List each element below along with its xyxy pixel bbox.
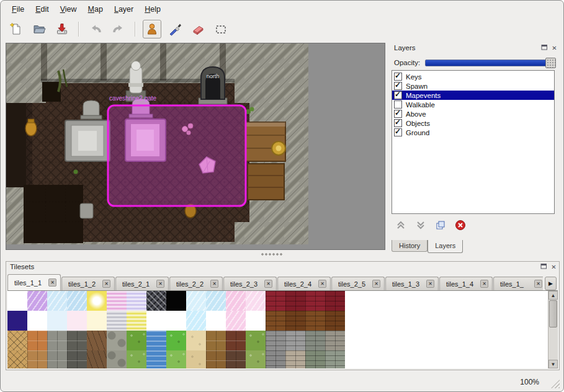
tileset-tile[interactable] <box>47 291 67 311</box>
tileset-tile[interactable] <box>67 291 87 311</box>
layer-row-mapevents[interactable]: Mapevents <box>392 91 554 100</box>
tileset-tile[interactable] <box>87 350 107 368</box>
tileset-tile[interactable] <box>7 311 27 331</box>
tileset-tile[interactable] <box>206 350 226 368</box>
tileset-tile[interactable] <box>266 350 285 368</box>
raise-layer-button[interactable] <box>394 219 408 233</box>
tileset-tile[interactable] <box>206 311 226 331</box>
menu-map[interactable]: Map <box>83 4 108 16</box>
tileset-tile[interactable] <box>146 331 166 350</box>
tileset-tab[interactable]: tiles_1_3 ✕ <box>385 277 439 290</box>
tileset-tile[interactable] <box>166 350 186 368</box>
scroll-up-icon[interactable]: ▲ <box>548 291 558 300</box>
resize-grip[interactable] <box>551 380 560 388</box>
layer-visibility-checkbox[interactable] <box>394 110 402 118</box>
layer-visibility-checkbox[interactable] <box>394 119 402 127</box>
scrollbar-thumb[interactable] <box>549 300 557 327</box>
tileset-tile[interactable] <box>246 291 266 311</box>
save-button[interactable] <box>53 20 71 38</box>
eraser-tool-button[interactable] <box>189 20 207 38</box>
tileset-tile[interactable] <box>27 311 47 331</box>
tab-close-icon[interactable]: ✕ <box>372 280 380 288</box>
layer-row-keys[interactable]: Keys <box>392 72 554 81</box>
menu-file[interactable]: File <box>7 4 29 16</box>
undo-button[interactable] <box>86 20 105 38</box>
tileset-tile[interactable] <box>107 311 127 331</box>
tileset-tab[interactable]: tiles_2_5 ✕ <box>331 277 385 290</box>
tileset-tile[interactable] <box>186 350 206 368</box>
close-panel-icon[interactable]: ✕ <box>550 263 558 271</box>
tileset-tile[interactable] <box>246 311 266 331</box>
tab-close-icon[interactable]: ✕ <box>156 280 164 288</box>
new-file-button[interactable] <box>7 20 25 38</box>
duplicate-layer-button[interactable] <box>434 219 447 233</box>
tileset-tile[interactable] <box>27 291 47 311</box>
tileset-tile[interactable] <box>127 350 146 368</box>
tileset-tile[interactable] <box>87 331 107 350</box>
menu-help[interactable]: Help <box>140 4 166 16</box>
float-panel-icon[interactable] <box>540 263 548 271</box>
tileset-tile[interactable] <box>325 311 345 331</box>
tileset-tile[interactable] <box>107 331 127 350</box>
tileset-tile[interactable] <box>285 291 305 311</box>
tab-close-icon[interactable]: ✕ <box>264 280 272 288</box>
tileset-tile[interactable] <box>146 311 166 331</box>
tileset-tab[interactable]: tiles_1_4 ✕ <box>439 277 493 290</box>
tileset-tile[interactable] <box>266 291 285 311</box>
tileset-tab[interactable]: tiles_2_4 ✕ <box>277 277 331 290</box>
horizontal-splitter-handle[interactable] <box>261 252 282 257</box>
opacity-slider[interactable] <box>425 60 556 66</box>
tileset-tile[interactable] <box>87 291 107 311</box>
layer-row-walkable[interactable]: Walkable <box>392 100 554 109</box>
layer-visibility-checkbox[interactable] <box>394 128 402 136</box>
tileset-tile[interactable] <box>186 311 206 331</box>
tileset-tile[interactable] <box>127 291 146 311</box>
tileset-tile[interactable] <box>305 350 325 368</box>
layer-row-objects[interactable]: Objects <box>392 118 554 128</box>
tileset-scrollbar[interactable]: ▲ ▼ <box>548 291 558 368</box>
menu-layer[interactable]: Layer <box>109 4 138 16</box>
tileset-tile[interactable] <box>107 291 127 311</box>
layer-row-ground[interactable]: Ground <box>392 128 554 137</box>
menu-edit[interactable]: Edit <box>30 4 54 16</box>
tileset-tile[interactable] <box>305 311 325 331</box>
tileset-tile[interactable] <box>305 331 325 350</box>
tab-close-icon[interactable]: ✕ <box>48 278 56 287</box>
tab-scroll-right-button[interactable]: ▶ <box>545 277 557 290</box>
tileset-tile[interactable] <box>226 311 246 331</box>
tileset-tile[interactable] <box>285 311 305 331</box>
tileset-tile[interactable] <box>166 311 186 331</box>
scroll-down-icon[interactable]: ▼ <box>548 360 558 368</box>
tileset-tile[interactable] <box>226 291 246 311</box>
lower-layer-button[interactable] <box>414 219 427 233</box>
tileset-tile[interactable] <box>166 331 186 350</box>
tileset-tile[interactable] <box>107 350 127 368</box>
float-panel-icon[interactable] <box>540 44 548 52</box>
tileset-tile[interactable] <box>27 331 47 350</box>
layer-visibility-checkbox[interactable] <box>394 100 402 109</box>
tab-close-icon[interactable]: ✕ <box>102 280 110 288</box>
tileset-tile[interactable] <box>67 350 87 368</box>
tileset-tile[interactable] <box>226 350 246 368</box>
open-file-button[interactable] <box>30 20 48 38</box>
tileset-tab[interactable]: tiles_2_3 ✕ <box>223 277 277 290</box>
close-panel-icon[interactable]: ✕ <box>550 44 558 52</box>
tileset-tile[interactable] <box>266 311 285 331</box>
tileset-tile[interactable] <box>7 331 27 350</box>
layer-row-above[interactable]: Above <box>392 109 554 118</box>
tileset-tile[interactable] <box>325 331 345 350</box>
tileset-tab[interactable]: tiles_2_2 ✕ <box>169 277 223 290</box>
tileset-tile[interactable] <box>127 331 146 350</box>
tileset-tile[interactable] <box>266 331 285 350</box>
tileset-tile[interactable] <box>305 291 325 311</box>
tileset-tab[interactable]: tiles_2_1 ✕ <box>115 277 169 290</box>
tab-close-icon[interactable]: ✕ <box>480 280 488 288</box>
tileset-tile[interactable] <box>206 331 226 350</box>
tileset-tile[interactable] <box>47 331 67 350</box>
tileset-tile[interactable] <box>186 331 206 350</box>
tileset-tab[interactable]: tiles_1_1 ✕ <box>7 274 61 290</box>
layer-visibility-checkbox[interactable] <box>394 91 402 99</box>
tileset-tile[interactable] <box>67 331 87 350</box>
tileset-grid[interactable] <box>7 291 345 368</box>
tileset-tile[interactable] <box>146 291 166 311</box>
